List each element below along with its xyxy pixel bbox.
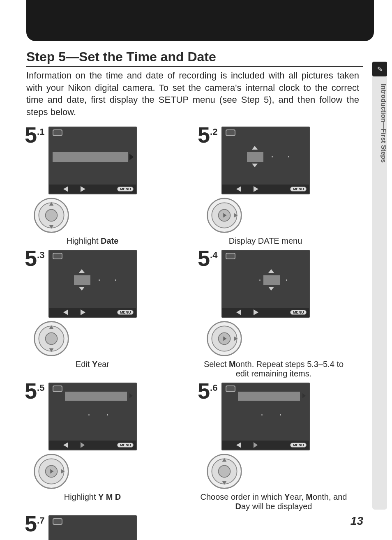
arrow-left-icon	[63, 309, 68, 315]
step-cell: 5.5 MENU Highligh	[25, 383, 193, 511]
lcd-screen: MENU	[48, 383, 137, 450]
menu-label: MENU	[117, 310, 134, 315]
multi-selector-icon	[206, 320, 243, 357]
step-caption: Edit Year	[25, 360, 160, 369]
section-heading: Step 5—Set the Time and Date	[26, 49, 363, 67]
step-cell: 5.4 MENU	[198, 250, 366, 378]
arrow-right-icon	[81, 309, 85, 315]
side-tab: ✎ Introduction—First Steps	[372, 62, 387, 510]
step-number: 5.4	[198, 248, 217, 268]
arrow-left-icon	[236, 442, 241, 448]
lcd-screen: MENU	[221, 250, 310, 318]
page-number: 13	[350, 515, 363, 528]
step-number: 5.5	[25, 381, 44, 401]
step-cell: 5.1 MENU	[25, 127, 193, 246]
top-dark-panel	[26, 0, 374, 41]
arrow-left-icon	[236, 186, 241, 192]
step-number: 5.3	[25, 248, 44, 268]
menu-label: MENU	[290, 443, 307, 448]
svg-point-14	[46, 332, 58, 344]
step-number: 5.2	[198, 125, 217, 145]
lcd-screen: MENU	[221, 127, 310, 194]
lcd-screen: MENU	[221, 383, 310, 450]
arrow-right-icon	[254, 186, 258, 192]
lcd-screen: MENU	[48, 515, 137, 540]
svg-point-29	[219, 465, 231, 477]
step-caption: Display DATE menu	[198, 236, 333, 246]
arrow-right-icon	[254, 309, 258, 315]
arrow-left-icon	[63, 186, 68, 192]
step-cell: 5.3 MENU	[25, 250, 193, 378]
menu-label: MENU	[290, 310, 307, 315]
lcd-screen: MENU	[48, 127, 137, 194]
lcd-screen: MENU	[48, 250, 137, 318]
page-content: Step 5—Set the Time and Date Information…	[0, 49, 392, 540]
menu-label: MENU	[117, 187, 134, 192]
step-caption: Select Month. Repeat steps 5.3–5.4 to ed…	[198, 360, 350, 378]
step-cell: 5.6 MENU	[198, 383, 366, 511]
step-number: 5.6	[198, 381, 217, 401]
menu-label: MENU	[290, 187, 307, 192]
step-cell: 5.7 MENU Return to SETUP menu	[25, 515, 193, 540]
arrow-right-icon	[81, 186, 85, 192]
multi-selector-icon	[206, 197, 243, 234]
side-tab-label: Introduction—First Steps	[372, 82, 387, 163]
intro-paragraph: Information on the time and date of reco…	[26, 69, 359, 118]
step-caption: Highlight Date	[25, 236, 160, 246]
multi-selector-icon	[33, 320, 70, 357]
step-number: 5.7	[25, 514, 44, 534]
step-caption: Highlight Y M D	[25, 492, 160, 502]
svg-point-4	[46, 209, 58, 221]
arrow-left-icon	[63, 442, 68, 448]
step-cell: 5.2 MENU	[198, 127, 366, 246]
multi-selector-icon	[206, 453, 243, 490]
step-number: 5.1	[25, 125, 44, 145]
arrow-left-icon	[236, 309, 241, 315]
multi-selector-icon	[33, 197, 70, 234]
arrow-right-outline-icon	[254, 442, 258, 448]
step-caption: Choose order in which Year, Month, and D…	[198, 492, 350, 511]
arrow-right-outline-icon	[81, 442, 85, 448]
multi-selector-icon	[33, 453, 70, 490]
menu-label: MENU	[117, 443, 134, 448]
steps-grid: 5.1 MENU	[25, 127, 366, 540]
camera-mode-icon: ✎	[372, 62, 387, 76]
